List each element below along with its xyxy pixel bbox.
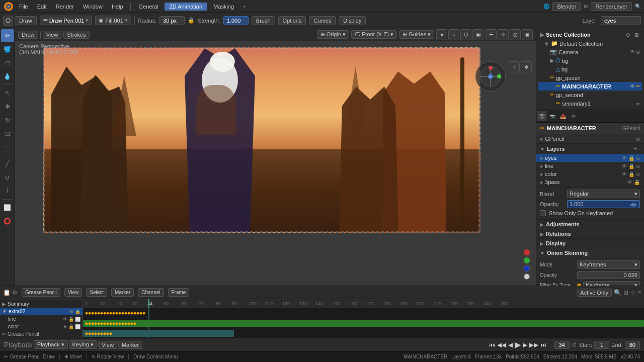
adjustments-header[interactable]: ▶ Adjustments [536, 220, 644, 229]
tool-select[interactable]: ↖ [1, 86, 14, 100]
collection-filter-icon[interactable]: ⊙ [624, 31, 631, 38]
scene-collection-expand[interactable]: ▶ [540, 32, 544, 38]
tool-rotate[interactable]: ↻ [1, 114, 14, 127]
gpencil-expand-icon[interactable]: ⊕ [636, 136, 640, 142]
layer-3pass-lock[interactable]: 🔒 [634, 179, 640, 185]
tool-eyedropper[interactable]: 💧 [1, 70, 14, 83]
extra02-lock[interactable]: 🔒 [75, 309, 80, 314]
tool-eraser[interactable]: ◻ [1, 56, 14, 69]
track-grease-pencil[interactable]: ✏ Grease Pencil [0, 330, 83, 338]
view-dropdown[interactable]: 🖵 Front (X-Z) ▾ [351, 30, 397, 39]
track-area[interactable]: 0 10 20 30 34 50 60 70 80 90 100 110 120… [83, 299, 644, 338]
display-header[interactable]: ▶ Display [536, 239, 644, 248]
current-frame-display[interactable]: 34 [554, 341, 570, 349]
collection-gp-queen[interactable]: ✏ gp_queen [538, 73, 642, 82]
pen-dropdown[interactable]: ✏ Draw Pen.001 ▾ [40, 16, 93, 25]
track-summary[interactable]: ▶ Summary [0, 300, 83, 308]
nav-gizmo-circle[interactable]: Z [475, 61, 506, 92]
timeline-sort-icon[interactable]: ⊹ [630, 289, 635, 296]
menu-file[interactable]: File [15, 3, 32, 11]
grease-pencil-menu[interactable]: Grease Pencil [22, 288, 60, 297]
timeline-more-icon[interactable]: ≡ [637, 289, 641, 296]
workspace-general[interactable]: General [134, 3, 164, 11]
start-frame-input[interactable]: 1 [594, 341, 609, 349]
onion-header[interactable]: ▼ Onion Skinning [536, 248, 644, 257]
timeline-channel-menu[interactable]: Channel [138, 288, 164, 297]
mainchar-pencil[interactable]: ✏ [636, 83, 640, 89]
tool-box[interactable]: ⬜ [1, 201, 14, 214]
viewport-view-menu[interactable]: View [43, 31, 62, 39]
layer-color[interactable]: ● color 👁 🔒 ⊙ [536, 170, 644, 178]
menu-help[interactable]: Help [108, 3, 127, 11]
next-keyframe-icon[interactable]: ▶▶ [529, 341, 538, 348]
render-layer-input[interactable]: RenderLayer [591, 2, 632, 11]
layer-dropdown[interactable]: eyes [601, 16, 641, 25]
tool-line[interactable]: ╱ [1, 157, 14, 170]
blend-dropdown[interactable]: Regular ▾ [567, 190, 640, 198]
timeline-frame-menu[interactable]: Frame [168, 288, 190, 297]
proportional-icon[interactable]: ◉ [522, 29, 533, 40]
layer-3pass[interactable]: ● 3pass 👁 🔒 [536, 178, 644, 186]
sec1-pencil[interactable]: ✏ [636, 101, 640, 107]
snap-icon[interactable]: ◎ [510, 29, 521, 40]
guides-dropdown[interactable]: ⊞ Guides ▾ [399, 30, 434, 39]
layer-line-onion[interactable]: ⊙ [636, 163, 640, 169]
viewport-mode-dropdown[interactable]: Draw [18, 31, 38, 39]
play-icon[interactable]: ▶ [515, 340, 521, 349]
layer-color-hide[interactable]: 👁 [622, 171, 627, 177]
active-only-btn[interactable]: Active Only [577, 289, 612, 297]
end-frame-input[interactable]: 80 [625, 341, 640, 349]
timeline-filter-icon[interactable]: ⊞ [623, 289, 628, 296]
brush-button[interactable]: Brush [252, 16, 275, 25]
layer-color-lock[interactable]: 🔒 [628, 171, 634, 177]
tool-polyline[interactable]: ⌇ [1, 185, 14, 198]
origin-dropdown[interactable]: ⊕ Origin ▾ [317, 30, 349, 39]
layer-eyes-hide[interactable]: 👁 [622, 155, 627, 161]
collection-bg-group[interactable]: ▶ ⬡ bg [538, 56, 642, 65]
color-extra[interactable]: ⬜ [75, 324, 80, 329]
next-frame-icon[interactable]: ▶ [523, 341, 527, 348]
move-icon[interactable]: ✥ [521, 61, 532, 72]
tool-fill[interactable]: 🪣 [1, 43, 14, 56]
options-button[interactable]: Options [278, 16, 306, 25]
layer-line[interactable]: ● line 👁 🔒 ⊙ [536, 162, 644, 170]
wire-shading-icon[interactable]: ⬡ [460, 29, 471, 40]
layer-eyes[interactable]: ● eyes 👁 🔒 ⊙ [536, 154, 644, 162]
jump-start-icon[interactable]: ⏮ [489, 341, 495, 348]
menu-render[interactable]: Render [52, 3, 78, 11]
prev-frame-icon[interactable]: ◀ [508, 341, 513, 348]
zoom-in-icon[interactable]: + [509, 61, 520, 72]
gizmo-icon[interactable]: ⊹ [498, 29, 509, 40]
marker-btn[interactable]: Marker [118, 341, 142, 349]
render-preview-icon[interactable]: ▣ [472, 29, 484, 40]
props-tab-scene[interactable]: 🎬 [537, 111, 547, 121]
scene-name-input[interactable]: Blender [552, 2, 581, 11]
tool-move[interactable]: ✥ [1, 100, 14, 113]
prev-keyframe-icon[interactable]: ◀◀ [497, 341, 506, 348]
camera-render-icon[interactable]: ⊕ [636, 49, 640, 55]
radius-input[interactable]: 30 px [159, 16, 185, 25]
tool-scale[interactable]: ⊡ [1, 127, 14, 140]
display-button[interactable]: Display [339, 16, 366, 25]
viewport-strokes-menu[interactable]: Strokes [63, 31, 89, 39]
collection-default[interactable]: ▼ 📁 Default Collection [538, 39, 642, 48]
track-color[interactable]: color 👁 🔒 ⬜ [0, 323, 83, 330]
workspace-2d-animation[interactable]: 2D Animation [165, 3, 207, 11]
tool-draw[interactable]: ✏ [1, 29, 14, 42]
collection-bg-child[interactable]: △ bg [538, 65, 642, 73]
layer-color-onion[interactable]: ⊙ [636, 171, 640, 177]
layer-add-btn[interactable]: + [633, 145, 637, 152]
timeline-select-menu[interactable]: Select [86, 288, 107, 297]
menu-window[interactable]: Window [79, 3, 107, 11]
line-extra[interactable]: ⬜ [75, 317, 80, 322]
timeline-search-icon[interactable]: 🔍 [614, 289, 621, 296]
layer-3pass-hide[interactable]: 👁 [627, 179, 632, 185]
color-blue2[interactable] [524, 265, 530, 272]
jump-end-icon[interactable]: ⏭ [540, 341, 546, 348]
collection-secondary1[interactable]: ✏ secondary1 ✏ [538, 99, 642, 108]
tool-circle[interactable]: ⭕ [1, 215, 14, 228]
layers-header[interactable]: ▼ Layers + - [536, 144, 644, 154]
props-tab-output[interactable]: 📤 [558, 111, 568, 121]
tool-curve[interactable]: ⌒ [1, 144, 14, 157]
viewport-canvas[interactable]: Camera Perspective (34) MAINCHARACTER [15, 41, 536, 286]
